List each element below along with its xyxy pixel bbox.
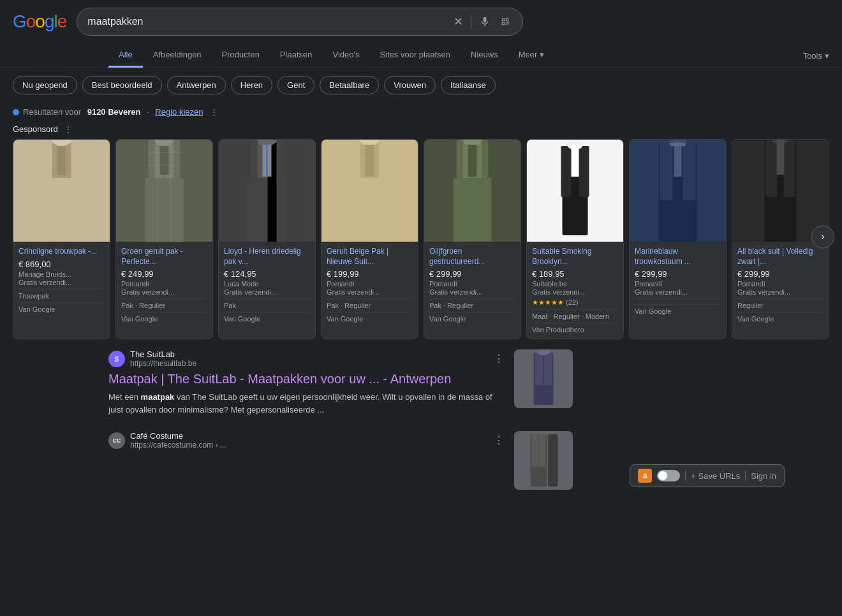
tools-button[interactable]: Tools ▾: [803, 45, 829, 67]
product-image-4: [321, 140, 418, 242]
search-input[interactable]: [87, 16, 447, 27]
chip-antwerpen[interactable]: Antwerpen: [167, 76, 226, 94]
svg-rect-50: [674, 142, 682, 177]
chip-nu-geopend[interactable]: Nu geopend: [13, 76, 77, 94]
chip-betaalbare[interactable]: Betaalbare: [320, 76, 379, 94]
product-card-2[interactable]: Groen geruit pak - Perfecte... € 249,99 …: [115, 139, 213, 339]
product-price-8: € 299,99: [737, 269, 824, 279]
product-card-1[interactable]: Crinoligne trouwpak -... € 869,00 Mariag…: [13, 139, 110, 339]
product-card-6[interactable]: Suitable Smoking Brooklyn... € 189,95 Su…: [526, 139, 624, 339]
svg-rect-43: [572, 145, 579, 177]
site-favicon-2: CC: [108, 432, 125, 449]
product-title-8: All black suit | Volledig zwart |...: [737, 247, 824, 267]
product-image-8: [732, 140, 829, 242]
tab-sites-voor-plaatsen[interactable]: Sites voor plaatsen: [369, 43, 461, 68]
result-options-1[interactable]: ⋮: [494, 353, 504, 365]
tab-alle[interactable]: Alle: [108, 43, 143, 68]
svg-rect-7: [145, 178, 184, 242]
results-dot: [13, 109, 19, 115]
product-info-1: Crinoligne trouwpak -... € 869,00 Mariag…: [13, 242, 110, 318]
product-price-4: € 199,99: [327, 269, 413, 279]
svg-rect-54: [784, 140, 795, 197]
save-urls-button[interactable]: + Save URLs: [691, 471, 740, 481]
product-shipping-4: Gratis verzendi...: [327, 288, 413, 296]
voice-search-button[interactable]: [478, 15, 492, 29]
svg-rect-24: [351, 178, 389, 242]
result-site-1: S The SuitLab https://thesuitlab.be ⋮: [108, 349, 504, 368]
tab-meer[interactable]: Meer ▾: [508, 43, 554, 68]
product-category-1: Trouwpak: [18, 289, 105, 300]
svg-rect-17: [248, 178, 286, 242]
result-snippet-1: Met een maatpak van The SuitLab geeft u …: [108, 391, 504, 416]
product-card-7[interactable]: Marineblauw trouwkostuum ... € 299,99 Po…: [629, 139, 727, 339]
product-card-5[interactable]: Olijfgroen gestructureerd... € 299,99 Po…: [424, 139, 521, 339]
svg-rect-60: [544, 353, 552, 385]
chip-gent[interactable]: Gent: [277, 76, 314, 94]
extension-logo: a: [638, 469, 652, 483]
product-category-6: Maat · Regulier · Modern: [532, 309, 618, 320]
tab-plaatsen[interactable]: Plaatsen: [270, 43, 323, 68]
divider: [471, 15, 471, 28]
clear-button[interactable]: ✕: [452, 13, 464, 30]
product-card-4[interactable]: Geruit Beige Pak | Nieuwe Suit... € 199,…: [321, 139, 418, 339]
results-more-options[interactable]: ⋮: [210, 107, 218, 117]
site-info-1: The SuitLab https://thesuitlab.be: [130, 349, 489, 368]
product-category-5: Pak · Regulier: [429, 298, 515, 309]
extension-toggle[interactable]: [657, 470, 680, 481]
product-seller-7: Pomandi: [635, 280, 721, 288]
tab-producten[interactable]: Producten: [212, 43, 270, 68]
product-title-3: Lloyd - Heren driedelig pak v...: [224, 247, 310, 267]
product-title-2: Groen geruit pak - Perfecte...: [121, 247, 207, 267]
google-logo: Google: [13, 11, 66, 32]
svg-rect-64: [548, 434, 558, 487]
sponsored-label: Gesponsord: [13, 124, 58, 134]
product-title-1: Crinoligne trouwpak -...: [18, 247, 105, 257]
region-link[interactable]: Regio kiezen: [155, 107, 203, 117]
ext-divider: [685, 471, 686, 481]
sign-in-button[interactable]: Sign in: [751, 471, 776, 481]
svg-rect-11: [160, 146, 169, 175]
chip-best-beoordeeld[interactable]: Best beoordeeld: [82, 76, 162, 94]
product-source-8: Van Google: [737, 312, 824, 323]
product-category-8: Regulier: [737, 298, 824, 309]
results-count: 9120 Beveren: [87, 107, 141, 117]
sponsored-options[interactable]: ⋮: [64, 125, 72, 134]
svg-rect-65: [532, 434, 538, 467]
tab-videos[interactable]: Video's: [322, 43, 369, 68]
svg-rect-56: [777, 140, 785, 175]
sign-in-label: Sign in: [751, 471, 776, 481]
chip-heren[interactable]: Heren: [231, 76, 272, 94]
product-image-1: [13, 140, 110, 242]
svg-rect-34: [454, 178, 492, 242]
product-info-4: Geruit Beige Pak | Nieuwe Suit... € 199,…: [321, 242, 418, 328]
product-card-3[interactable]: Lloyd - Heren driedelig pak v... € 124,9…: [218, 139, 316, 339]
save-urls-label: + Save URLs: [691, 471, 740, 481]
svg-rect-5: [57, 146, 66, 175]
extension-toolbar: a + Save URLs Sign in: [630, 464, 785, 487]
svg-rect-45: [572, 141, 579, 143]
chip-italiaanse[interactable]: Italiaanse: [441, 76, 496, 94]
product-source-4: Van Google: [327, 312, 413, 323]
product-category-2: Pak · Regulier: [121, 298, 207, 309]
result-options-2[interactable]: ⋮: [494, 434, 504, 446]
chip-vrouwen[interactable]: Vrouwen: [384, 76, 436, 94]
product-title-7: Marineblauw trouwkostuum ...: [635, 247, 721, 267]
svg-rect-51: [670, 143, 686, 146]
product-image-6: [527, 140, 623, 242]
image-search-button[interactable]: [498, 15, 512, 29]
sponsored-header: Gesponsord ⋮: [0, 122, 842, 139]
header: Google ✕: [0, 0, 842, 43]
product-shipping-8: Gratis verzendi...: [737, 288, 824, 296]
product-source-3: Van Google: [224, 312, 310, 323]
tab-nieuws[interactable]: Nieuws: [461, 43, 508, 68]
product-shipping-7: Gratis verzendi...: [635, 288, 721, 296]
product-image-7: [630, 140, 726, 242]
tab-afbeeldingen[interactable]: Afbeeldingen: [143, 43, 212, 68]
product-image-3: [219, 140, 315, 242]
svg-rect-40: [561, 146, 572, 197]
product-category-4: Pak · Regulier: [327, 298, 413, 309]
scroll-next-button[interactable]: ›: [811, 225, 834, 248]
product-source-7: Van Google: [635, 304, 721, 315]
search-icons: ✕: [452, 13, 512, 30]
result-title-1[interactable]: Maatpak | The SuitLab - Maatpakken voor …: [108, 370, 504, 387]
